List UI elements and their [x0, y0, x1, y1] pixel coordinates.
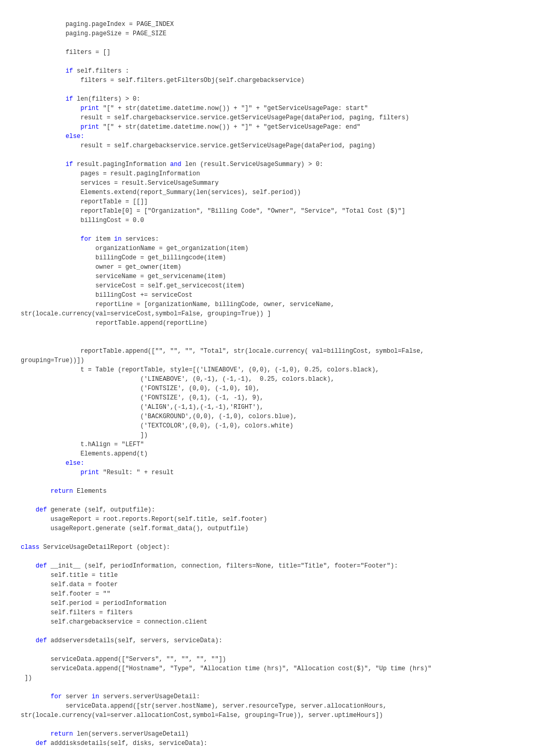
page-container: paging.pageIndex = PAGE_INDEX paging.pag… — [0, 0, 560, 746]
code-block: paging.pageIndex = PAGE_INDEX paging.pag… — [21, 10, 539, 746]
